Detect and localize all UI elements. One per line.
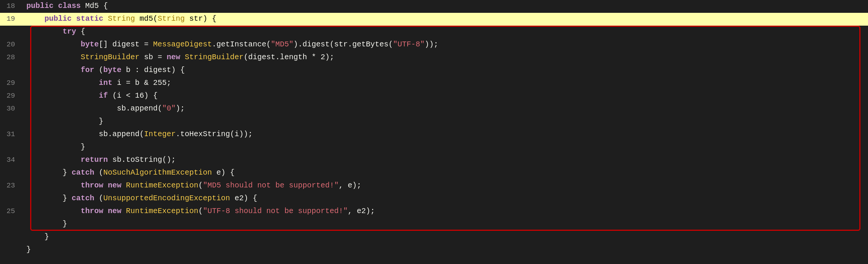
line-content-for: for (byte b : digest) { (23, 64, 868, 76)
code-line-23: 23 throw new RuntimeException("MD5 shoul… (0, 180, 868, 192)
code-line-31: 31 sb.append(Integer.toHexString(i)); (0, 128, 868, 141)
code-block: 18 public class Md5 { 19 public static S… (0, 0, 868, 256)
line-number-23: 23 (0, 180, 23, 191)
line-content-close-class: } (23, 244, 868, 256)
line-content-20: byte[] digest = MessageDigest.getInstanc… (23, 38, 868, 51)
line-content-34: return sb.toString(); (23, 154, 868, 166)
code-line-25: 25 throw new RuntimeException("UTF-8 sho… (0, 205, 868, 218)
code-line-29b: 29 if (i < 16) { (0, 90, 868, 103)
line-content-28: StringBuilder sb = new StringBuilder(dig… (23, 51, 868, 63)
line-number-31: 31 (0, 129, 23, 140)
code-line-catch1: } catch (NoSuchAlgorithmException e) { (0, 167, 868, 180)
code-line-close-if: } (0, 115, 868, 128)
line-number-29b: 29 (0, 90, 23, 101)
code-line-18: 18 public class Md5 { (0, 0, 868, 13)
line-content-18: public class Md5 { (23, 0, 868, 12)
code-line-20: 20 byte[] digest = MessageDigest.getInst… (0, 38, 868, 51)
line-content-catch2: } catch (UnsupportedEncodingException e2… (23, 192, 868, 204)
highlighted-block: try { 20 byte[] digest = MessageDigest.g… (0, 26, 868, 231)
line-content-23: throw new RuntimeException("MD5 should n… (23, 180, 868, 192)
line-content-close-if: } (23, 115, 868, 127)
line-content-25: throw new RuntimeException("UTF-8 should… (23, 205, 868, 217)
line-number-28: 28 (0, 52, 23, 63)
line-number-29a: 29 (0, 77, 23, 89)
code-editor: 18 public class Md5 { 19 public static S… (0, 0, 868, 264)
code-line-close-for: } (0, 141, 868, 154)
code-line-30: 30 sb.append("0"); (0, 103, 868, 115)
code-line-29a: 29 int i = b & 255; (0, 77, 868, 90)
code-line-close-method: } (0, 231, 868, 244)
line-content-catch1: } catch (NoSuchAlgorithmException e) { (23, 167, 868, 179)
line-number-34: 34 (0, 154, 23, 166)
code-line-19: 19 public static String md5(String str) … (0, 13, 868, 26)
line-content-19: public static String md5(String str) { (23, 13, 868, 25)
line-content-close-for: } (23, 141, 868, 153)
line-content-try: try { (23, 26, 868, 38)
code-line-close-class: } (0, 244, 868, 256)
code-line-34: 34 return sb.toString(); (0, 154, 868, 167)
line-number-30: 30 (0, 103, 23, 114)
line-number-25: 25 (0, 206, 23, 217)
code-line-for: for (byte b : digest) { (0, 64, 868, 77)
code-line-catch2: } catch (UnsupportedEncodingException e2… (0, 192, 868, 205)
line-content-29b: if (i < 16) { (23, 90, 868, 102)
code-line-try: try { (0, 26, 868, 38)
line-number-20: 20 (0, 39, 23, 50)
line-number-18: 18 (0, 0, 23, 12)
code-line-close-catch2: } (0, 218, 868, 231)
line-content-30: sb.append("0"); (23, 103, 868, 115)
line-content-31: sb.append(Integer.toHexString(i)); (23, 128, 868, 140)
line-content-close-method: } (23, 231, 868, 243)
line-content-29a: int i = b & 255; (23, 77, 868, 89)
line-content-close-catch2: } (23, 218, 868, 230)
line-number-19: 19 (0, 13, 23, 25)
code-line-28: 28 StringBuilder sb = new StringBuilder(… (0, 51, 868, 64)
